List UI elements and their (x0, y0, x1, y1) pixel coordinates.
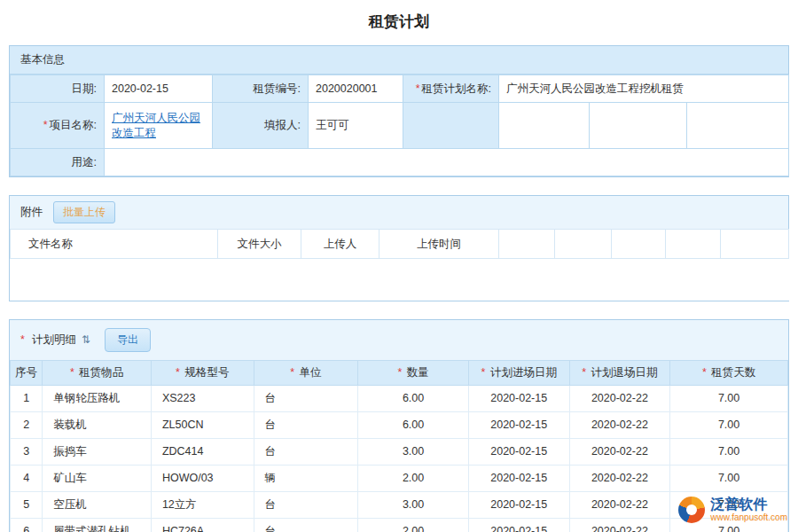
cell-seq: 2 (11, 411, 43, 438)
cell-unit: 台 (254, 411, 358, 438)
cell-qty: 6.00 (358, 385, 469, 411)
cell-seq: 1 (11, 385, 43, 411)
column-header: * 单位 (254, 360, 358, 385)
attachments-table: 文件名称 文件大小 上传人 上传时间 (10, 229, 789, 301)
cell-exit_date: 2020-02-22 (569, 491, 670, 518)
plan-details-head-row: 序号* 租赁物品* 规格型号* 单位* 数量* 计划进场日期* 计划退场日期* … (11, 360, 788, 385)
cell-exit_date: 2020-02-22 (569, 411, 670, 438)
empty-value-cell (499, 103, 590, 149)
cell-qty: 3.00 (358, 438, 469, 465)
column-header: * 规格型号 (151, 360, 254, 385)
plan-details-toolbar: * 计划明细 ⇅ 导出 (10, 320, 788, 360)
attachments-panel: 附件 批量上传 文件名称 文件大小 上传人 上传时间 (9, 195, 789, 301)
column-header-file-size: 文件大小 (218, 230, 301, 259)
attachments-head-row: 文件名称 文件大小 上传人 上传时间 (11, 230, 789, 259)
table-row: 4矿山车HOWO/03辆2.002020-02-152020-02-227.00 (11, 465, 788, 491)
cell-exit_date: 2020-02-22 (569, 465, 670, 491)
cell-item: 矿山车 (43, 465, 152, 491)
cell-days: 7.00 (670, 385, 788, 411)
required-mark: * (20, 333, 25, 346)
empty-value-cell (687, 103, 789, 149)
column-header: * 租赁天数 (670, 360, 788, 385)
cell-days: 7.00 (670, 491, 788, 518)
basic-info-row-3: 用途: (11, 149, 789, 176)
cell-item: 装载机 (43, 411, 152, 438)
cell-enter_date: 2020-02-15 (468, 411, 569, 438)
cell-enter_date: 2020-02-15 (468, 385, 569, 411)
attachments-section-title: 附件 (20, 205, 43, 220)
empty-header-cell (555, 230, 612, 259)
cell-qty: 6.00 (358, 411, 469, 438)
empty-header-cell (499, 230, 555, 259)
empty-header-cell (666, 230, 721, 259)
column-header: * 租赁物品 (43, 360, 152, 385)
project-label: *项目名称: (11, 103, 105, 149)
table-row: 1单钢轮压路机XS223台6.002020-02-152020-02-227.0… (11, 385, 788, 411)
plan-details-panel: * 计划明细 ⇅ 导出 序号* 租赁物品* 规格型号* 单位* 数量* 计划进场… (9, 319, 789, 532)
cell-exit_date: 2020-02-22 (569, 518, 670, 532)
reporter-value: 王可可 (309, 103, 403, 149)
column-header: 序号 (11, 360, 43, 385)
empty-header-cell (612, 230, 666, 259)
column-header-file-name: 文件名称 (11, 230, 218, 259)
cell-model: XS223 (151, 385, 254, 411)
cell-model: 12立方 (151, 491, 254, 518)
plan-details-body: 1单钢轮压路机XS223台6.002020-02-152020-02-227.0… (11, 385, 788, 532)
plan-name-label: *租赁计划名称: (403, 75, 499, 103)
cell-days: 7.00 (670, 465, 788, 491)
cell-item: 履带式潜孔钻机 (43, 518, 152, 532)
cell-enter_date: 2020-02-15 (468, 438, 569, 465)
cell-model: ZDC414 (151, 438, 254, 465)
cell-item: 单钢轮压路机 (43, 385, 152, 411)
column-header: * 数量 (358, 360, 469, 385)
project-link[interactable]: 广州天河人民公园改造工程 (112, 112, 200, 139)
cell-exit_date: 2020-02-22 (569, 385, 670, 411)
project-value-cell: 广州天河人民公园改造工程 (105, 103, 213, 149)
export-button[interactable]: 导出 (105, 328, 151, 352)
cell-qty: 2.00 (358, 465, 469, 491)
cell-item: 空压机 (43, 491, 152, 518)
cell-unit: 台 (254, 385, 358, 411)
rental-no-label: 租赁编号: (213, 75, 309, 103)
attachments-header: 附件 批量上传 (10, 196, 788, 229)
rental-no-value: 2020020001 (309, 75, 403, 103)
empty-header-cell (721, 230, 789, 259)
plan-details-section-title: 计划明细 (32, 332, 76, 348)
required-mark: * (43, 119, 48, 131)
cell-model: HC726A (151, 518, 254, 532)
cell-qty: 3.00 (358, 491, 469, 518)
basic-info-row-1: 日期: 2020-02-15 租赁编号: 2020020001 *租赁计划名称:… (11, 75, 789, 103)
cell-qty: 2.00 (358, 518, 469, 532)
table-row: 2装载机ZL50CN台6.002020-02-152020-02-227.00 (11, 411, 788, 438)
cell-days: 7.00 (670, 411, 788, 438)
date-value: 2020-02-15 (105, 75, 213, 103)
cell-item: 振捣车 (43, 438, 152, 465)
cell-seq: 4 (11, 465, 43, 491)
required-mark: * (416, 82, 420, 95)
sort-icon[interactable]: ⇅ (82, 333, 90, 346)
empty-label-cell (403, 103, 499, 149)
batch-upload-button[interactable]: 批量上传 (53, 201, 115, 223)
table-row: 5空压机12立方台3.002020-02-152020-02-227.00 (11, 491, 788, 518)
plan-details-table: 序号* 租赁物品* 规格型号* 单位* 数量* 计划进场日期* 计划退场日期* … (10, 360, 788, 532)
column-header: * 计划进场日期 (468, 360, 569, 385)
page-title: 租赁计划 (0, 0, 798, 45)
cell-days: 7.00 (670, 438, 788, 465)
cell-unit: 台 (254, 491, 358, 518)
cell-seq: 3 (11, 438, 43, 465)
table-row: 6履带式潜孔钻机HC726A台2.002020-02-152020-02-227… (11, 518, 788, 532)
cell-exit_date: 2020-02-22 (569, 438, 670, 465)
cell-enter_date: 2020-02-15 (468, 491, 569, 518)
basic-info-section-title: 基本信息 (10, 46, 788, 74)
reporter-label: 填报人: (213, 103, 309, 149)
cell-model: ZL50CN (151, 411, 254, 438)
cell-unit: 辆 (254, 465, 358, 491)
cell-seq: 5 (11, 491, 43, 518)
table-row: 3振捣车ZDC414台3.002020-02-152020-02-227.00 (11, 438, 788, 465)
cell-unit: 台 (254, 438, 358, 465)
basic-info-row-2: *项目名称: 广州天河人民公园改造工程 填报人: 王可可 (11, 103, 789, 149)
cell-enter_date: 2020-02-15 (468, 465, 569, 491)
cell-days: 7.00 (670, 518, 788, 532)
empty-value-cell (590, 103, 687, 149)
column-header-upload-time: 上传时间 (379, 230, 499, 259)
